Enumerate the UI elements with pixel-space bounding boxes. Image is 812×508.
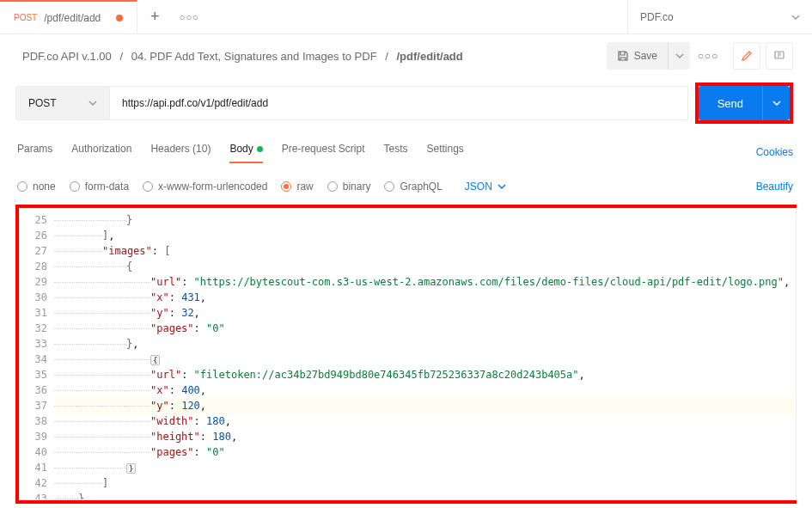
radio-none[interactable]: none bbox=[17, 181, 56, 193]
body-type-row: none form-data x-www-form-urlencoded raw… bbox=[0, 177, 812, 196]
tab-bar: POST /pdf/edit/add + ○○○ PDF.co bbox=[0, 0, 812, 34]
radio-icon bbox=[17, 181, 27, 192]
tab-prerequest[interactable]: Pre-request Script bbox=[282, 143, 365, 162]
cookies-link[interactable]: Cookies bbox=[756, 146, 793, 158]
request-actions-button[interactable]: ○○○ bbox=[695, 50, 721, 62]
send-highlight: Send bbox=[695, 83, 793, 124]
method-selector[interactable]: POST bbox=[15, 86, 110, 120]
edit-button[interactable] bbox=[733, 42, 760, 70]
chevron-down-icon bbox=[89, 99, 97, 107]
radio-icon bbox=[70, 181, 80, 192]
request-row: POST https://api.pdf.co/v1/pdf/edit/add … bbox=[0, 83, 812, 124]
tab-title: /pdf/edit/add bbox=[44, 12, 101, 24]
url-value: https://api.pdf.co/v1/pdf/edit/add bbox=[122, 97, 268, 109]
environment-selector[interactable]: PDF.co bbox=[627, 0, 812, 34]
radio-raw[interactable]: raw bbox=[281, 181, 313, 193]
code-area[interactable]: }],"images": [{"url": "https://bytescout… bbox=[54, 209, 796, 499]
request-subtabs: Params Authorization Headers (10) Body P… bbox=[0, 139, 812, 165]
breadcrumb-folder[interactable]: 04. PDF Add Text, Signatures and Images … bbox=[131, 50, 377, 63]
tab-overflow-button[interactable]: ○○○ bbox=[172, 12, 206, 22]
save-label: Save bbox=[634, 50, 657, 62]
json-editor[interactable]: 25262728293031323334353637383940414243 }… bbox=[19, 208, 797, 500]
tab-tests[interactable]: Tests bbox=[383, 143, 407, 162]
tab-method-label: POST bbox=[14, 13, 37, 22]
tab-authorization[interactable]: Authorization bbox=[71, 143, 131, 162]
radio-icon bbox=[281, 181, 291, 192]
beautify-button[interactable]: Beautify bbox=[756, 181, 793, 193]
new-tab-button[interactable]: + bbox=[137, 8, 172, 26]
tab-body[interactable]: Body bbox=[229, 143, 262, 162]
raw-language-selector[interactable]: JSON bbox=[465, 181, 506, 193]
send-label: Send bbox=[717, 97, 743, 110]
radio-icon bbox=[143, 181, 153, 192]
chevron-down-icon bbox=[498, 182, 506, 191]
method-value: POST bbox=[28, 97, 57, 109]
save-dropdown-button[interactable] bbox=[668, 42, 690, 70]
comment-button[interactable] bbox=[766, 42, 793, 70]
breadcrumb-row: PDF.co API v.1.00 / 04. PDF Add Text, Si… bbox=[0, 34, 812, 77]
send-dropdown-button[interactable] bbox=[762, 86, 790, 120]
body-dirty-dot-icon bbox=[257, 146, 263, 152]
radio-icon bbox=[384, 181, 394, 192]
tab-params[interactable]: Params bbox=[17, 143, 52, 162]
tab-headers[interactable]: Headers (10) bbox=[150, 143, 211, 162]
url-input[interactable]: https://api.pdf.co/v1/pdf/edit/add bbox=[110, 86, 688, 120]
breadcrumb: PDF.co API v.1.00 / 04. PDF Add Text, Si… bbox=[22, 50, 463, 63]
comment-icon bbox=[773, 50, 785, 62]
radio-binary[interactable]: binary bbox=[327, 181, 371, 193]
chevron-down-icon bbox=[675, 52, 684, 60]
radio-form-data[interactable]: form-data bbox=[70, 181, 129, 193]
chevron-down-icon bbox=[772, 99, 781, 107]
environment-name: PDF.co bbox=[640, 11, 674, 23]
request-tab[interactable]: POST /pdf/edit/add bbox=[0, 0, 137, 34]
save-button[interactable]: Save bbox=[607, 42, 668, 70]
line-gutter: 25262728293031323334353637383940414243 bbox=[20, 209, 54, 499]
breadcrumb-collection[interactable]: PDF.co API v.1.00 bbox=[22, 50, 112, 63]
radio-xwww[interactable]: x-www-form-urlencoded bbox=[143, 181, 267, 193]
unsaved-dot-icon bbox=[116, 15, 123, 21]
save-icon bbox=[617, 50, 629, 62]
breadcrumb-current: /pdf/edit/add bbox=[396, 50, 462, 63]
radio-graphql[interactable]: GraphQL bbox=[384, 181, 442, 193]
send-button[interactable]: Send bbox=[699, 86, 762, 120]
tab-settings[interactable]: Settings bbox=[427, 143, 464, 162]
pencil-icon bbox=[741, 50, 753, 62]
editor-highlight: 25262728293031323334353637383940414243 }… bbox=[15, 205, 797, 504]
chevron-down-icon bbox=[791, 13, 800, 21]
radio-icon bbox=[327, 181, 338, 192]
